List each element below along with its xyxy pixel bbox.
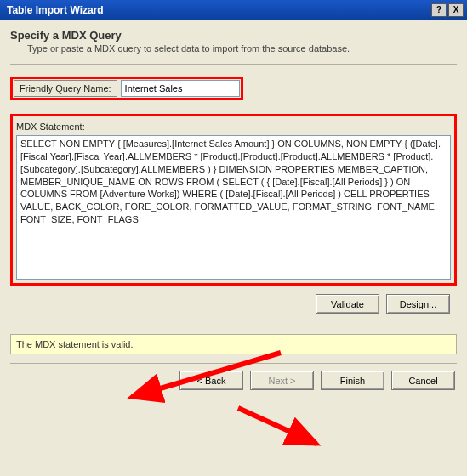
friendly-name-label: Friendly Query Name:: [14, 80, 117, 97]
page-title: Specify a MDX Query: [10, 29, 457, 42]
validate-row: Validate Design...: [10, 294, 457, 314]
titlebar: Table Import Wizard ? X: [0, 0, 467, 20]
back-button[interactable]: < Back: [179, 371, 243, 390]
validate-button[interactable]: Validate: [316, 294, 379, 314]
status-area: The MDX statement is valid.: [10, 334, 457, 354]
bottom-divider: [10, 363, 457, 364]
mdx-label: MDX Statement:: [16, 120, 451, 133]
page-description: Type or paste a MDX query to select data…: [27, 43, 457, 54]
friendly-name-input[interactable]: [121, 80, 240, 97]
mdx-statement-input[interactable]: [16, 135, 451, 280]
cancel-button[interactable]: Cancel: [391, 371, 455, 390]
window-title: Table Import Wizard: [7, 4, 430, 16]
finish-button[interactable]: Finish: [321, 371, 384, 390]
design-button[interactable]: Design...: [386, 294, 450, 314]
next-button[interactable]: Next >: [250, 371, 314, 390]
friendly-name-row: Friendly Query Name:: [10, 76, 243, 100]
dialog-body: Specify a MDX Query Type or paste a MDX …: [0, 20, 467, 400]
nav-buttons: < Back Next > Finish Cancel: [10, 371, 457, 390]
mdx-section: MDX Statement:: [10, 114, 457, 286]
status-message: The MDX statement is valid.: [10, 334, 457, 354]
divider: [10, 64, 457, 65]
close-button[interactable]: X: [448, 3, 464, 17]
help-button[interactable]: ?: [431, 3, 447, 17]
